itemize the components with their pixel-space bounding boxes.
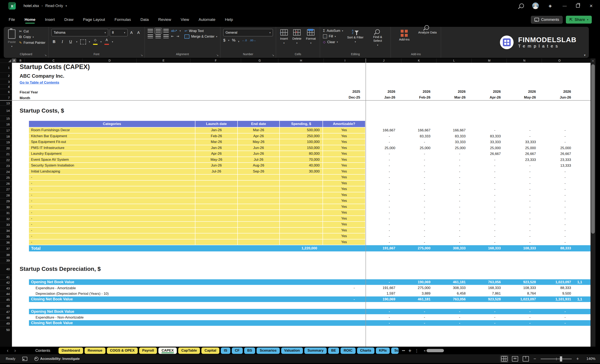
table-cell[interactable]: -: [29, 233, 195, 239]
row-header-43[interactable]: 43: [0, 285, 12, 291]
table-cell[interactable]: Yes: [323, 174, 366, 180]
depreciation-monthly-value[interactable]: 108,333: [506, 285, 539, 291]
row-header-23[interactable]: 23: [0, 163, 12, 169]
monthly-value[interactable]: -: [365, 210, 398, 216]
font-name-combo[interactable]: Tahoma▾: [51, 29, 108, 36]
monthly-value[interactable]: -: [506, 204, 539, 210]
table-cell[interactable]: Yes: [323, 233, 366, 239]
align-middle-button[interactable]: [156, 29, 161, 33]
monthly-value[interactable]: -: [541, 198, 574, 204]
fiscal-year-value[interactable]: 2026: [365, 89, 398, 95]
number-format-combo[interactable]: General▾: [223, 29, 273, 36]
table-cell[interactable]: 80,000: [280, 151, 323, 157]
row-header-25[interactable]: 25: [0, 174, 12, 181]
table-cell[interactable]: Yes: [323, 239, 366, 245]
menu-tab-data[interactable]: Data: [140, 16, 149, 23]
sheet-tab-cogs-opex[interactable]: COGS & OPEX: [107, 347, 138, 354]
monthly-value[interactable]: -: [400, 233, 433, 239]
depreciation-monthly-value[interactable]: 8,764: [506, 291, 539, 296]
table-cell[interactable]: Yes: [323, 145, 366, 151]
depreciation-row-label[interactable]: Depreciation (Depreciation Period (Years…: [36, 291, 109, 296]
monthly-value[interactable]: -: [470, 198, 504, 204]
font-color-button[interactable]: A: [104, 38, 109, 46]
total-monthly[interactable]: 88,333: [541, 245, 574, 251]
row-header-6[interactable]: 6: [0, 89, 12, 95]
depreciation-monthly-value[interactable]: 763,056: [470, 279, 504, 285]
monthly-value[interactable]: -: [470, 239, 504, 245]
cut-button[interactable]: ✂ Cut: [19, 29, 45, 33]
table-cell[interactable]: Laundry Equipment: [29, 151, 195, 157]
zoom-slider[interactable]: [541, 359, 572, 359]
column-header-K[interactable]: K: [401, 58, 436, 63]
depreciation-monthly-value[interactable]: 923,528: [506, 279, 539, 285]
depreciation-monthly-value[interactable]: -: [400, 309, 433, 314]
table-cell[interactable]: [238, 198, 280, 204]
depreciation-monthly-value[interactable]: -: [365, 320, 398, 326]
monthly-value[interactable]: -: [470, 163, 504, 169]
sheet-tab-summary[interactable]: Summary: [304, 347, 327, 354]
depreciation-monthly-value[interactable]: -: [400, 320, 433, 326]
monthly-value[interactable]: -: [506, 163, 539, 169]
monthly-value[interactable]: 25,000: [435, 145, 469, 151]
depreciation-monthly-value[interactable]: 1,023,097: [506, 296, 539, 302]
row-header-30[interactable]: 30: [0, 204, 12, 210]
monthly-value[interactable]: -: [400, 151, 433, 157]
scroll-up-arrow-icon[interactable]: ▲: [591, 58, 595, 63]
row-header-39[interactable]: 39: [0, 258, 12, 263]
column-header-D[interactable]: D: [82, 58, 137, 63]
fiscal-year-value[interactable]: 2026: [400, 89, 433, 95]
monthly-value[interactable]: -: [400, 174, 433, 180]
company-name-cell[interactable]: ABC Company Inc.: [20, 73, 64, 79]
table-cell[interactable]: [238, 210, 280, 216]
search-icon[interactable]: [519, 3, 524, 8]
row-header-27[interactable]: 27: [0, 186, 12, 192]
row-header-33[interactable]: 33: [0, 222, 12, 228]
sheet-tab-payroll[interactable]: Payroll: [139, 347, 157, 354]
section1-title-cell[interactable]: Startup Costs, $: [20, 107, 64, 114]
next-sheet-arrow[interactable]: ›: [12, 348, 18, 354]
monthly-value[interactable]: -: [506, 169, 539, 174]
table-cell[interactable]: May-26: [238, 139, 280, 145]
monthly-value[interactable]: -: [470, 127, 504, 133]
table-cell[interactable]: [280, 186, 323, 192]
month-value[interactable]: Jan-26: [365, 95, 398, 100]
menu-tab-automate[interactable]: Automate: [198, 16, 216, 23]
monthly-value[interactable]: 25,000: [541, 145, 574, 151]
sheet-options-kebab-icon[interactable]: ⋮: [415, 348, 419, 353]
monthly-value[interactable]: -: [435, 169, 469, 174]
row-header-32[interactable]: 32: [0, 216, 12, 222]
month-value[interactable]: Dec-25: [330, 95, 363, 100]
table-cell[interactable]: Sep-26: [238, 169, 280, 174]
zoom-out-button[interactable]: −: [534, 356, 536, 362]
table-cell[interactable]: Yes: [323, 151, 366, 157]
monthly-value[interactable]: -: [435, 192, 469, 198]
prev-sheet-arrow[interactable]: ‹: [5, 348, 10, 354]
font-color-chevron[interactable]: ▾: [112, 40, 113, 43]
monthly-value[interactable]: -: [541, 204, 574, 210]
table-cell[interactable]: [195, 186, 238, 192]
column-header-E[interactable]: E: [136, 58, 190, 63]
monthly-value[interactable]: -: [541, 186, 574, 192]
table-cell[interactable]: Aug-26: [238, 163, 280, 169]
table-cell[interactable]: Jul-26: [238, 157, 280, 163]
table-cell[interactable]: Feb-26: [195, 133, 238, 139]
depreciation-monthly-value[interactable]: 275,000: [400, 285, 433, 291]
table-cell[interactable]: May-26: [195, 157, 238, 163]
monthly-value[interactable]: -: [506, 239, 539, 245]
table-cell[interactable]: Yes: [323, 198, 366, 204]
monthly-value[interactable]: -: [541, 216, 574, 222]
depreciation-monthly-value[interactable]: -: [470, 309, 504, 314]
account-avatar[interactable]: [532, 2, 539, 9]
table-cell[interactable]: Yes: [323, 222, 366, 228]
depreciation-monthly-value[interactable]: -: [506, 309, 539, 314]
monthly-value[interactable]: -: [400, 228, 433, 233]
monthly-value[interactable]: -: [506, 192, 539, 198]
monthly-value[interactable]: -: [470, 204, 504, 210]
table-cell[interactable]: Yes: [323, 204, 366, 210]
row-header-35[interactable]: 35: [0, 233, 12, 239]
more-sheets-button[interactable]: •••: [402, 349, 405, 352]
monthly-value[interactable]: -: [435, 216, 469, 222]
table-cell[interactable]: Yes: [323, 169, 366, 174]
monthly-value[interactable]: -: [400, 239, 433, 245]
table-cell[interactable]: 40,000: [280, 163, 323, 169]
